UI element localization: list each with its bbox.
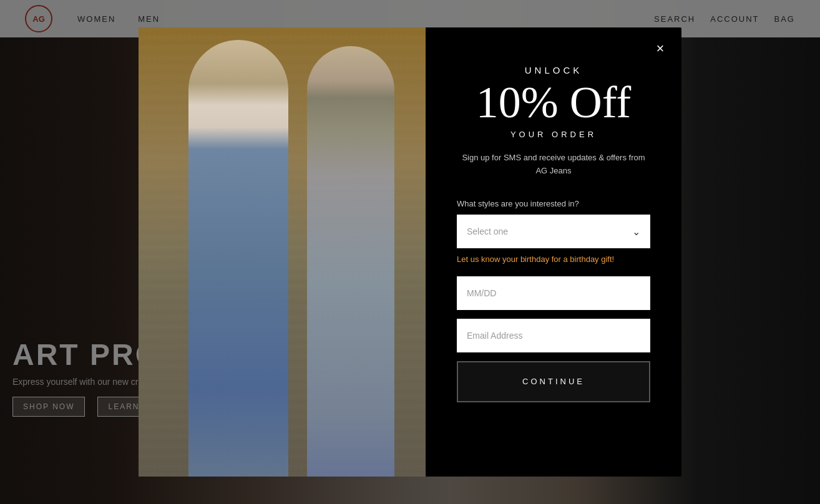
modal-headline-unlock: UNLOCK: [525, 65, 583, 75]
email-input[interactable]: [457, 319, 650, 352]
modal-headline-percent: 10% Off: [476, 78, 632, 127]
birthday-label: Let us know your birthday for a birthday…: [457, 254, 650, 264]
modal-figure-woman: [307, 46, 394, 477]
continue-button[interactable]: CONTINUE: [457, 361, 650, 402]
birthday-label-text: Let us know your birthday for a birthday…: [457, 254, 614, 264]
modal-container: × UNLOCK 10% Off YOUR ORDER Sign up for …: [139, 27, 681, 477]
modal-figure-man: [188, 40, 288, 477]
modal-headline-order: YOUR ORDER: [510, 130, 597, 139]
styles-label: What styles are you interested in?: [457, 199, 650, 208]
styles-select-wrapper: Select one Women's Men's Both ⌄: [457, 215, 650, 248]
modal-form: What styles are you interested in? Selec…: [457, 193, 650, 402]
modal-close-button[interactable]: ×: [650, 39, 670, 59]
modal-image-panel: [139, 27, 426, 477]
birthday-input[interactable]: [457, 276, 650, 310]
modal-content-panel: × UNLOCK 10% Off YOUR ORDER Sign up for …: [426, 27, 681, 477]
styles-select[interactable]: Select one Women's Men's Both: [457, 215, 650, 248]
modal-subtext: Sign up for SMS and receive updates & of…: [457, 152, 650, 178]
